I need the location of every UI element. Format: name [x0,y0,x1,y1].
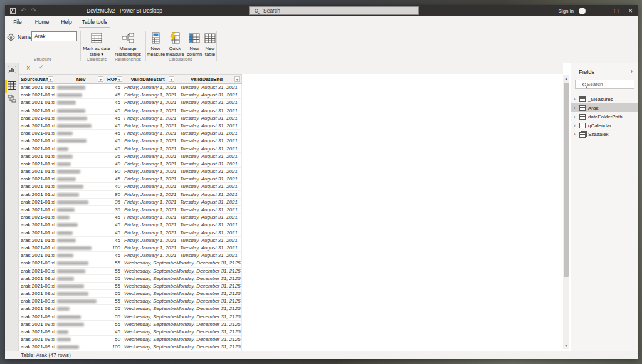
cell-source-name[interactable]: arak 2021-09.xlsx [19,268,55,275]
cell-valid-date-end[interactable]: Tuesday, August 31, 2021 [176,237,242,244]
cell-valid-date-end[interactable]: Tuesday, August 31, 2021 [176,175,242,183]
scrollbar-thumb[interactable] [564,83,569,277]
cell-ron[interactable]: 45 [105,252,124,259]
table-row[interactable]: arak 2021-01.xlsx45Friday, January 1, 20… [19,229,558,237]
cell-ron[interactable]: 45 [105,115,124,122]
cell-nev-redacted[interactable] [55,191,105,199]
cell-nev-redacted[interactable] [55,221,105,229]
cell-valid-date-end[interactable]: Monday, December 31, 2125 [176,298,242,305]
cell-source-name[interactable]: arak 2021-01.xlsx [19,237,55,244]
chevron-right-icon[interactable]: › [574,105,579,111]
table-row[interactable]: arak 2021-01.xlsx45Friday, January 1, 20… [19,175,558,183]
table-row[interactable]: arak 2021-01.xlsx45Friday, January 1, 20… [19,145,558,153]
cell-source-name[interactable]: arak 2021-09.xlsx [19,259,55,267]
cell-source-name[interactable]: arak 2021-01.xlsx [19,214,55,221]
cell-nev-redacted[interactable] [55,237,105,244]
data-view-icon[interactable] [8,81,16,90]
vertical-scrollbar[interactable]: ▲ ▼ [563,75,569,349]
cell-ron[interactable]: 45 [105,137,124,145]
table-row[interactable]: arak 2021-09.xlsx55Wednesday, September … [19,259,558,267]
cell-source-name[interactable]: arak 2021-09.xlsx [19,336,55,343]
chevron-right-icon[interactable]: › [574,123,579,128]
cell-valid-date-start[interactable]: Wednesday, September 1, 2021 [124,298,176,305]
chevron-right-icon[interactable]: › [574,132,579,137]
cell-valid-date-start[interactable]: Friday, January 1, 2021 [124,199,176,206]
filter-dropdown-icon[interactable]: ▼ [169,76,174,82]
cell-source-name[interactable]: arak 2021-09.xlsx [19,328,55,336]
table-row[interactable]: arak 2021-01.xlsx36Friday, January 1, 20… [19,153,558,160]
cell-valid-date-start[interactable]: Friday, January 1, 2021 [124,252,176,259]
cell-valid-date-start[interactable]: Wednesday, September 1, 2021 [124,328,176,336]
table-row[interactable]: arak 2021-01.xlsx40Friday, January 1, 20… [19,160,558,168]
cell-nev-redacted[interactable] [55,244,105,252]
cell-valid-date-start[interactable]: Friday, January 1, 2021 [124,214,176,221]
cell-valid-date-start[interactable]: Wednesday, September 1, 2021 [124,259,176,267]
cell-ron[interactable]: 45 [105,229,124,237]
cell-source-name[interactable]: arak 2021-01.xlsx [19,99,55,107]
table-row[interactable]: arak 2021-01.xlsx45Friday, January 1, 20… [19,130,558,137]
save-icon[interactable] [10,8,16,14]
avatar[interactable] [579,8,586,14]
cell-valid-date-end[interactable]: Tuesday, August 31, 2021 [176,91,242,99]
cell-valid-date-end[interactable]: Monday, December 31, 2125 [176,336,242,343]
model-view-icon[interactable] [8,95,16,103]
maximize-button[interactable]: ▢ [609,5,623,16]
table-row[interactable]: arak 2021-01.xlsx36Friday, January 1, 20… [19,206,558,214]
new-table-button[interactable]: New table [202,31,218,57]
cell-valid-date-start[interactable]: Wednesday, September 1, 2021 [124,305,176,313]
field-item-measures[interactable]: ›_Measures [571,95,638,103]
cell-valid-date-start[interactable]: Friday, January 1, 2021 [124,107,176,115]
chevron-right-icon[interactable]: › [574,114,579,120]
table-row[interactable]: arak 2021-01.xlsx45Friday, January 1, 20… [19,115,558,122]
cell-ron[interactable]: 45 [105,84,124,91]
cell-ron[interactable]: 45 [105,99,124,107]
table-row[interactable]: arak 2021-01.xlsx45Friday, January 1, 20… [19,221,558,229]
cell-ron[interactable]: 55 [105,305,124,313]
table-row[interactable]: arak 2021-01.xlsx45Friday, January 1, 20… [19,252,558,259]
cell-nev-redacted[interactable] [55,259,105,267]
cell-source-name[interactable]: arak 2021-01.xlsx [19,137,55,145]
cell-nev-redacted[interactable] [55,130,105,137]
table-row[interactable]: arak 2021-09.xlsx55Wednesday, September … [19,313,558,321]
cell-ron[interactable]: 80 [105,191,124,199]
cell-ron[interactable]: 55 [105,283,124,290]
cell-nev-redacted[interactable] [55,137,105,145]
cell-valid-date-start[interactable]: Friday, January 1, 2021 [124,160,176,168]
cell-source-name[interactable]: arak 2021-09.xlsx [19,321,55,328]
cell-ron[interactable]: 45 [105,145,124,153]
filter-dropdown-icon[interactable]: ▼ [117,76,122,82]
filter-dropdown-icon[interactable]: ▼ [98,76,103,82]
cell-valid-date-end[interactable]: Monday, December 31, 2125 [176,268,242,275]
cell-valid-date-end[interactable]: Monday, December 31, 2125 [176,321,242,328]
cell-nev-redacted[interactable] [55,290,105,298]
cell-ron[interactable]: 55 [105,290,124,298]
cell-valid-date-end[interactable]: Tuesday, August 31, 2021 [176,160,242,168]
cell-valid-date-start[interactable]: Friday, January 1, 2021 [124,130,176,137]
cell-nev-redacted[interactable] [55,206,105,214]
cell-ron[interactable]: 50 [105,336,124,343]
table-row[interactable]: arak 2021-01.xlsx80Friday, January 1, 20… [19,168,558,175]
cell-source-name[interactable]: arak 2021-09.xlsx [19,343,55,351]
cell-valid-date-end[interactable]: Tuesday, August 31, 2021 [176,214,242,221]
cell-source-name[interactable]: arak 2021-01.xlsx [19,199,55,206]
column-header-ron[interactable]: RON▼ [105,74,124,84]
table-row[interactable]: arak 2021-09.xlsx55Wednesday, September … [19,268,558,275]
cell-ron[interactable]: 100 [105,343,124,351]
cell-ron[interactable]: 45 [105,130,124,137]
cell-nev-redacted[interactable] [55,99,105,107]
cell-ron[interactable]: 45 [105,214,124,221]
cell-nev-redacted[interactable] [55,298,105,305]
cell-valid-date-start[interactable]: Friday, January 1, 2021 [124,237,176,244]
cell-nev-redacted[interactable] [55,168,105,175]
table-row[interactable]: arak 2021-01.xlsx45Friday, January 1, 20… [19,99,558,107]
cell-source-name[interactable]: arak 2021-01.xlsx [19,153,55,160]
undo-icon[interactable]: ↶ [21,6,26,15]
cell-ron[interactable]: 45 [105,175,124,183]
cell-nev-redacted[interactable] [55,336,105,343]
filter-dropdown-icon[interactable]: ▼ [48,76,53,82]
column-header-valid-date-start[interactable]: ValidDateStart▼ [124,74,176,84]
cell-valid-date-end[interactable]: Tuesday, August 31, 2021 [176,99,242,107]
cell-valid-date-end[interactable]: Tuesday, August 31, 2021 [176,191,242,199]
cell-nev-redacted[interactable] [55,268,105,275]
fields-search-box[interactable]: Search [575,80,634,89]
